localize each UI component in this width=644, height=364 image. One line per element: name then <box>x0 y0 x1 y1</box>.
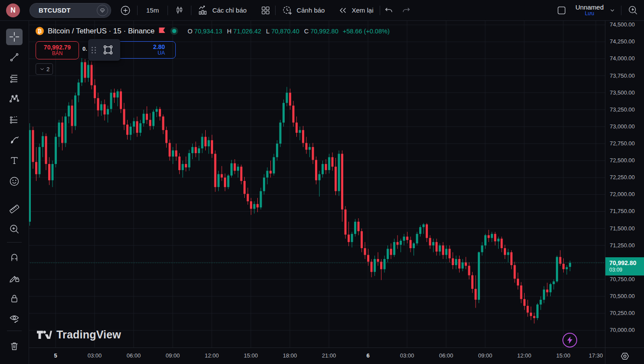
time-axis-day-label: 6 <box>366 352 369 359</box>
ohlc-low-key: L <box>266 28 269 35</box>
symbol-diamond-icon[interactable] <box>97 5 108 16</box>
layout-chevron-button[interactable] <box>608 6 617 15</box>
tool-ruler[interactable] <box>6 200 23 217</box>
price-axis-label: 70,000.00 <box>610 327 635 333</box>
quick-search-button[interactable] <box>628 5 639 16</box>
tool-crosshair[interactable] <box>6 29 23 45</box>
tool-emoji[interactable] <box>6 173 23 190</box>
indicators-button[interactable]: Các chỉ báo <box>191 3 253 18</box>
replay-button[interactable]: Xem lại <box>332 3 379 18</box>
price-axis-label: 70,500.00 <box>610 293 635 299</box>
draw-lock-icon <box>8 272 20 284</box>
time-axis-label: 09:00 <box>478 352 493 359</box>
spread-value: 0. <box>82 46 87 52</box>
candles-style-icon <box>174 5 185 16</box>
tool-brush[interactable] <box>6 131 23 148</box>
tool-projection[interactable] <box>6 111 23 128</box>
floating-drawing-toolbar <box>88 39 120 61</box>
undo-button[interactable] <box>380 3 398 18</box>
tool-fib-retracement[interactable] <box>6 70 23 86</box>
chevron-down-icon <box>608 6 617 15</box>
emoji-icon <box>8 175 20 187</box>
time-axis[interactable]: 503:0006:0009:0012:0015:0018:0021:00603:… <box>29 348 605 364</box>
xabcd-pattern-icon <box>8 92 20 105</box>
plus-circle-icon <box>120 5 131 16</box>
chart-style-button[interactable] <box>168 3 191 18</box>
axis-settings-hexagon-icon <box>619 351 631 362</box>
tool-zoom-in[interactable] <box>6 221 23 237</box>
chevron-down-icon <box>39 66 45 72</box>
ohlc-low-value: 70,870.40 <box>271 28 299 35</box>
time-axis-label: 17:30 <box>589 352 603 359</box>
tool-hide-drawings[interactable] <box>6 310 23 327</box>
ohlc-values: O70,934.13 H71,026.42 L70,870.40 C70,992… <box>184 28 389 35</box>
price-axis-label: 71,250.00 <box>610 242 635 249</box>
tool-lock-all[interactable] <box>6 290 23 307</box>
time-axis-label: 06:00 <box>127 352 141 359</box>
lightning-bolt-icon <box>566 336 573 344</box>
price-axis-label: 72,000.00 <box>610 191 635 197</box>
layout-name-button[interactable]: Unnamed Lưu <box>575 3 604 17</box>
rectangle-select-icon <box>102 43 115 56</box>
current-price-label: 70,992.80 03:09 <box>605 257 644 275</box>
ohlc-change-value: +58.66 (+0.08%) <box>343 28 390 35</box>
ruler-icon <box>8 203 20 215</box>
drag-handle[interactable] <box>92 47 99 53</box>
hide-drawings-icon <box>8 312 20 325</box>
tool-trend-line[interactable] <box>6 49 23 66</box>
tool-text[interactable] <box>6 152 23 169</box>
rectangle-select-tool-button[interactable] <box>102 43 115 56</box>
time-axis-label: 03:00 <box>88 352 102 359</box>
current-price-value: 70,992.80 <box>609 259 644 267</box>
price-axis-label: 73,250.00 <box>610 106 635 113</box>
time-axis-label: 21:00 <box>322 352 336 359</box>
symbol-title[interactable]: Bitcoin / TetherUS · 15 · Binance <box>48 27 154 36</box>
price-axis-label: 73,500.00 <box>610 89 635 96</box>
indicator-templates-button[interactable] <box>256 3 275 18</box>
interval-button[interactable]: 15m <box>138 3 168 18</box>
price-axis-label: 73,750.00 <box>610 72 635 79</box>
tool-remove-objects[interactable] <box>6 338 23 354</box>
compare-add-button[interactable] <box>114 3 137 18</box>
legend-collapse-count: 2 <box>46 66 49 72</box>
symbol-label: BTCUSDT <box>39 7 92 14</box>
price-axis-label: 70,750.00 <box>610 276 635 282</box>
user-avatar[interactable]: N <box>6 3 20 17</box>
price-axis-label: 72,250.00 <box>610 174 635 180</box>
text-icon <box>8 154 20 167</box>
tool-xabcd-pattern[interactable] <box>6 90 23 107</box>
flag-icon[interactable] <box>158 27 166 35</box>
save-button[interactable]: Lưu <box>585 11 594 17</box>
quick-search-lightning-icon <box>628 5 639 16</box>
redo-button[interactable] <box>398 3 415 18</box>
chart-legend: ₿ Bitcoin / TetherUS · 15 · Binance O70,… <box>36 26 390 36</box>
buy-label: UA <box>158 50 165 56</box>
ohlc-open-key: O <box>187 28 192 35</box>
layout-name-label: Unnamed <box>575 3 604 11</box>
alert-button[interactable]: Cảnh báo <box>276 3 331 18</box>
legend-collapse-button[interactable]: 2 <box>36 63 53 75</box>
price-axis-label: 72,500.00 <box>610 157 635 164</box>
projection-icon <box>8 113 20 125</box>
time-axis-label: 15:00 <box>244 352 258 359</box>
tool-magnet[interactable] <box>6 249 23 265</box>
price-axis[interactable]: 70,000.0070,250.0070,500.0070,750.0071,0… <box>605 20 644 348</box>
lightning-mode-button[interactable] <box>562 333 577 348</box>
price-axis-label: 71,500.00 <box>610 225 635 232</box>
price-axis-label: 74,000.00 <box>610 55 635 62</box>
price-axis-label: 74,250.00 <box>610 38 635 45</box>
symbol-search-button[interactable]: BTCUSDT <box>30 3 111 18</box>
time-axis-day-label: 5 <box>54 352 57 359</box>
ohlc-high-key: H <box>227 28 231 35</box>
avatar-letter: N <box>10 7 16 14</box>
layout-select-button[interactable] <box>554 3 569 18</box>
axis-settings-corner[interactable] <box>605 348 644 364</box>
toolbar-group-divider <box>7 331 22 331</box>
brush-icon <box>8 134 20 146</box>
chart-canvas[interactable] <box>29 20 605 348</box>
tool-draw-lock[interactable] <box>6 269 23 286</box>
time-axis-label: 09:00 <box>166 352 180 359</box>
tradingview-logo-icon <box>36 329 52 341</box>
fib-retracement-icon <box>8 72 20 84</box>
sell-button[interactable]: 70,992.79 BÁN <box>36 41 79 59</box>
